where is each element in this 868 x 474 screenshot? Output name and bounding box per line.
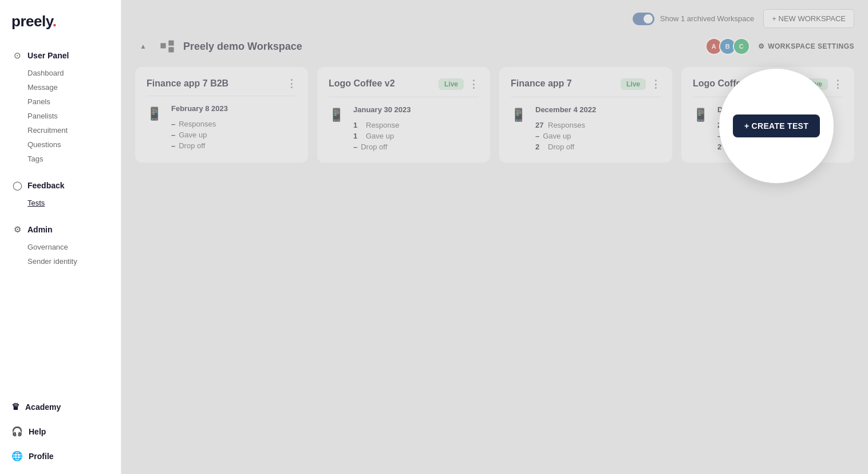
workspace-settings-button[interactable]: ⚙ WORKSPACE SETTINGS (758, 42, 854, 50)
mobile-icon-3: 📱 (511, 108, 526, 123)
mobile-icon: 📱 (147, 106, 162, 121)
create-test-button[interactable]: + CREATE TEST (733, 114, 820, 137)
card-1-date: February 8 2023 (171, 104, 297, 113)
topbar: Show 1 archived Workspace + NEW WORKSPAC… (121, 0, 868, 37)
sidebar-item-dashboard[interactable]: Dashboard (0, 66, 121, 80)
main-content: Show 1 archived Workspace + NEW WORKSPAC… (121, 0, 868, 474)
card-1-header: Finance app 7 B2B ⋮ (147, 78, 297, 89)
svg-rect-1 (168, 41, 173, 46)
sidebar-item-questions[interactable]: Questions (0, 137, 121, 152)
card-2-title: Logo Coffee v2 (329, 78, 434, 89)
feedback-header[interactable]: ◯ Feedback (0, 175, 121, 196)
admin-header[interactable]: ⚙ Admin (0, 219, 121, 240)
archive-toggle[interactable] (633, 13, 654, 25)
feedback-label: Feedback (27, 181, 65, 190)
sidebar-item-profile[interactable]: 🌐 Profile (0, 444, 121, 468)
drop-off-label-2: Drop off (361, 143, 387, 151)
logo: preely. (11, 13, 56, 30)
sidebar-item-help[interactable]: 🎧 Help (0, 419, 121, 444)
mobile-icon-2: 📱 (329, 108, 344, 123)
live-badge-2: Live (439, 78, 464, 90)
feedback-section: ◯ Feedback Tests (0, 171, 121, 215)
user-panel-icon: ⊙ (11, 50, 23, 61)
sidebar-item-tags[interactable]: Tags (0, 152, 121, 166)
feedback-icon: ◯ (11, 180, 23, 191)
gave-up-label: Gave up (179, 131, 207, 139)
sidebar-item-panelists[interactable]: Panelists (0, 109, 121, 123)
card-3-date: December 4 2022 (535, 105, 661, 114)
svg-rect-2 (168, 47, 173, 52)
responses-label: Responses (179, 120, 216, 128)
avatar-group: A B C (705, 38, 750, 55)
card-1-title: Finance app 7 B2B (147, 78, 282, 89)
admin-section: ⚙ Admin Governance Sender identity (0, 215, 121, 273)
sidebar-item-panels[interactable]: Panels (0, 94, 121, 109)
archive-toggle-area: Show 1 archived Workspace (633, 13, 755, 25)
sidebar-item-governance[interactable]: Governance (0, 240, 121, 254)
create-test-circle: + CREATE TEST (719, 69, 834, 183)
test-card-2[interactable]: Logo Coffee v2 Live ⋮ 📱 January 30 2023 … (317, 67, 490, 163)
workspace-name: Preely demo Workspace (183, 41, 302, 53)
help-icon: 🎧 (11, 426, 23, 437)
user-panel-section: ⊙ User Panel Dashboard Message Panels Pa… (0, 41, 121, 171)
gear-icon: ⚙ (758, 42, 765, 50)
new-workspace-button[interactable]: + NEW WORKSPACE (763, 9, 854, 28)
academy-icon: ♛ (11, 401, 19, 412)
sidebar-item-sender-identity[interactable]: Sender identity (0, 254, 121, 268)
card-3-header: Finance app 7 Live ⋮ (511, 78, 661, 90)
svg-rect-0 (160, 43, 165, 48)
live-badge-3: Live (621, 78, 646, 90)
user-panel-header[interactable]: ⊙ User Panel (0, 45, 121, 66)
card-2-date: January 30 2023 (353, 105, 479, 114)
logo-area: preely. (0, 0, 121, 41)
user-panel-label: User Panel (27, 51, 69, 60)
sidebar-item-message[interactable]: Message (0, 80, 121, 94)
gave-up-label-3: Gave up (543, 132, 571, 140)
mobile-icon-4: 📱 (693, 108, 708, 123)
workspace-title-area: ▲ Preely demo Workspace (135, 37, 302, 56)
admin-label: Admin (27, 225, 53, 234)
sidebar-item-recruitment[interactable]: Recruitment (0, 123, 121, 137)
sidebar: preely. ⊙ User Panel Dashboard Message P… (0, 0, 121, 474)
profile-icon: 🌐 (11, 451, 23, 461)
workspace-actions: A B C ⚙ WORKSPACE SETTINGS (705, 38, 854, 55)
card-4-more-button[interactable]: ⋮ (833, 79, 843, 89)
admin-icon: ⚙ (11, 224, 23, 235)
sidebar-bottom: ♛ Academy 🎧 Help 🌐 Profile (0, 394, 121, 474)
card-2-header: Logo Coffee v2 Live ⋮ (329, 78, 479, 90)
card-3-more-button[interactable]: ⋮ (650, 79, 661, 89)
workspace-header: ▲ Preely demo Workspace A B (135, 37, 854, 56)
workspace-icon (158, 37, 176, 56)
archive-label: Show 1 archived Workspace (660, 14, 755, 23)
avatar-3: C (733, 38, 750, 55)
drop-off-label: Drop off (179, 141, 205, 150)
test-card-3[interactable]: Finance app 7 Live ⋮ 📱 December 4 2022 2… (499, 67, 672, 163)
collapse-button[interactable]: ▲ (135, 38, 151, 54)
card-1-more-button[interactable]: ⋮ (286, 78, 297, 89)
drop-off-label-3: Drop off (548, 143, 574, 151)
responses-label-2: Response (366, 121, 400, 129)
responses-label-3: Responses (548, 121, 585, 129)
card-2-more-button[interactable]: ⋮ (468, 79, 479, 89)
gave-up-label-2: Gave up (366, 132, 394, 140)
sidebar-item-tests[interactable]: Tests (0, 196, 121, 210)
test-card-1[interactable]: Finance app 7 B2B ⋮ 📱 February 8 2023 – … (135, 67, 308, 163)
sidebar-item-academy[interactable]: ♛ Academy (0, 394, 121, 419)
card-3-title: Finance app 7 (511, 78, 616, 89)
